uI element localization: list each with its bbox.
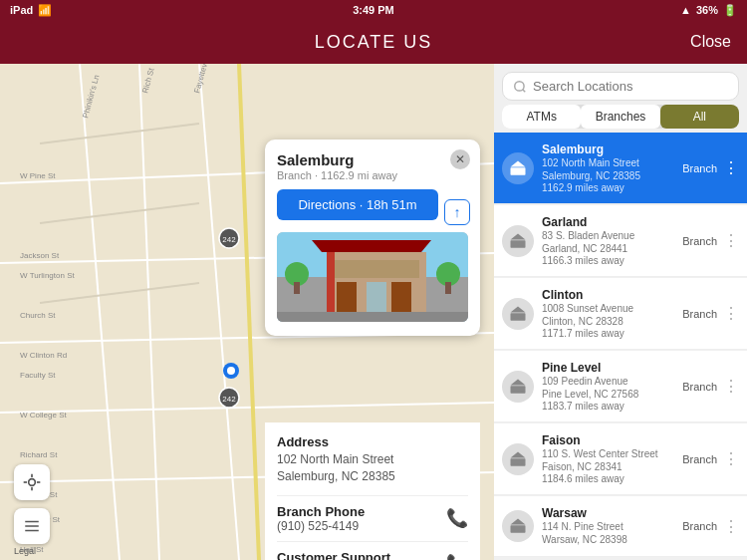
- svg-rect-87: [521, 527, 523, 531]
- svg-marker-69: [511, 306, 526, 312]
- branch-address: 109 Peedin Avenue: [542, 375, 674, 388]
- branch-more-button[interactable]: ⋮: [723, 449, 739, 468]
- branch-city: Salemburg, NC 28385: [542, 169, 674, 182]
- branch-name: Warsaw: [542, 506, 674, 520]
- branch-city: Clinton, NC 28328: [542, 315, 674, 328]
- branch-list-item[interactable]: Pine Level 109 Peedin Avenue Pine Level,…: [494, 351, 747, 422]
- svg-rect-65: [513, 241, 515, 245]
- status-left: iPad 📶: [10, 4, 52, 17]
- svg-rect-62: [521, 168, 523, 172]
- branch-city: Warsaw, NC 28398: [542, 533, 674, 546]
- branch-name: Pine Level: [542, 361, 674, 375]
- svg-rect-70: [513, 314, 515, 318]
- branch-more-button[interactable]: ⋮: [723, 517, 739, 536]
- close-button[interactable]: Close: [690, 33, 731, 51]
- svg-rect-40: [367, 282, 386, 312]
- branch-list-item[interactable]: Warsaw 114 N. Pine Street Warsaw, NC 283…: [494, 496, 747, 557]
- tab-atms[interactable]: ATMs: [502, 105, 581, 129]
- branch-more-button[interactable]: ⋮: [723, 377, 739, 396]
- branch-type-label: Branch: [682, 162, 717, 174]
- phone-icon[interactable]: 📞: [446, 507, 468, 529]
- status-time: 3:49 PM: [353, 4, 394, 16]
- my-location-button[interactable]: [14, 464, 50, 500]
- branch-more-button[interactable]: ⋮: [723, 304, 739, 323]
- wifi-icon: 📶: [38, 4, 52, 17]
- page-title: LOCATE US: [315, 32, 433, 53]
- svg-rect-71: [517, 314, 519, 318]
- branch-info: Salemburg 102 North Main Street Salembur…: [542, 142, 674, 193]
- branch-info: Warsaw 114 N. Pine Street Warsaw, NC 283…: [542, 506, 674, 546]
- svg-rect-43: [327, 252, 335, 312]
- branch-distance: 1166.3 miles away: [542, 255, 674, 266]
- right-panel: ATMs Branches All Salemburg 102 North Ma…: [494, 64, 747, 560]
- svg-text:Richard St: Richard St: [20, 450, 58, 459]
- svg-rect-45: [277, 312, 468, 322]
- svg-rect-81: [517, 459, 519, 463]
- popup-close-button[interactable]: ✕: [450, 149, 470, 169]
- branch-city: Pine Level, NC 27568: [542, 388, 674, 401]
- support-row: Customer Support (855) 275-7226 📞: [277, 541, 468, 560]
- directions-button[interactable]: Directions · 18h 51m: [277, 189, 438, 220]
- branch-info: Pine Level 109 Peedin Avenue Pine Level,…: [542, 361, 674, 412]
- branch-bank-icon: [502, 510, 534, 542]
- branch-name: Faison: [542, 433, 674, 447]
- popup-subtitle: Branch · 1162.9 mi away: [277, 169, 468, 181]
- branch-list-item[interactable]: Faison 110 S. West Center Street Faison,…: [494, 423, 747, 495]
- battery-icon: 🔋: [723, 4, 737, 17]
- popup-location-name: Salemburg: [277, 151, 468, 168]
- branch-address: 110 S. West Center Street: [542, 447, 674, 460]
- branch-bank-icon: [502, 298, 534, 330]
- list-view-button[interactable]: [14, 508, 50, 544]
- tab-branches[interactable]: Branches: [581, 105, 659, 129]
- legal-text: Legal: [14, 546, 36, 556]
- share-button[interactable]: ↑: [444, 199, 470, 225]
- svg-marker-74: [511, 379, 526, 385]
- branch-list-item[interactable]: Salemburg 102 North Main Street Salembur…: [494, 133, 747, 204]
- svg-marker-59: [511, 160, 526, 166]
- svg-point-33: [227, 367, 235, 375]
- phone-value: (910) 525-4149: [277, 519, 365, 533]
- branch-distance: 1184.6 miles away: [542, 473, 674, 484]
- branch-actions: Branch ⋮: [682, 517, 739, 536]
- branch-bank-icon: [502, 225, 534, 257]
- svg-text:W Pine St: W Pine St: [20, 171, 56, 180]
- support-phone-icon[interactable]: 📞: [446, 553, 468, 560]
- branch-more-button[interactable]: ⋮: [723, 158, 739, 177]
- svg-rect-39: [337, 282, 357, 312]
- branch-more-button[interactable]: ⋮: [723, 231, 739, 250]
- branch-info: Garland 83 S. Bladen Avenue Garland, NC …: [542, 215, 674, 266]
- svg-text:W Turlington St: W Turlington St: [20, 271, 75, 280]
- address-value: 102 North Main StreetSalemburg, NC 28385: [277, 451, 468, 485]
- branch-actions: Branch ⋮: [682, 304, 739, 323]
- location-icon: ▲: [680, 4, 691, 16]
- filter-tabs: ATMs Branches All: [502, 105, 739, 129]
- popup-building-image: [277, 232, 468, 322]
- branch-bank-icon: [502, 371, 534, 403]
- branch-list-item[interactable]: Clinton 1008 Sunset Avenue Clinton, NC 2…: [494, 278, 747, 350]
- svg-rect-47: [445, 282, 451, 294]
- svg-text:W Clinton Rd: W Clinton Rd: [20, 351, 67, 360]
- map-area: Phinikin's Ln Fayetteville Rd NE Rich St…: [0, 64, 494, 560]
- search-input[interactable]: [533, 79, 728, 94]
- branch-address: 102 North Main Street: [542, 156, 674, 169]
- tab-all[interactable]: All: [660, 105, 739, 129]
- branch-distance: 1183.7 miles away: [542, 401, 674, 412]
- svg-rect-61: [517, 168, 519, 172]
- title-bar: LOCATE US Close: [0, 20, 747, 64]
- svg-rect-37: [294, 282, 300, 294]
- branch-type-label: Branch: [682, 235, 717, 247]
- search-box[interactable]: [502, 72, 739, 101]
- svg-point-48: [29, 479, 36, 486]
- svg-rect-85: [513, 527, 515, 531]
- branch-address: 83 S. Bladen Avenue: [542, 229, 674, 242]
- branch-bank-icon: [502, 443, 534, 475]
- support-label: Customer Support: [277, 550, 390, 560]
- svg-rect-86: [517, 527, 519, 531]
- carrier-text: iPad: [10, 4, 33, 16]
- svg-marker-79: [511, 451, 526, 457]
- status-right: ▲ 36% 🔋: [680, 4, 737, 17]
- branch-list-item[interactable]: Garland 83 S. Bladen Avenue Garland, NC …: [494, 205, 747, 277]
- svg-rect-67: [521, 241, 523, 245]
- status-bar: iPad 📶 3:49 PM ▲ 36% 🔋: [0, 0, 747, 20]
- branch-actions: Branch ⋮: [682, 449, 739, 468]
